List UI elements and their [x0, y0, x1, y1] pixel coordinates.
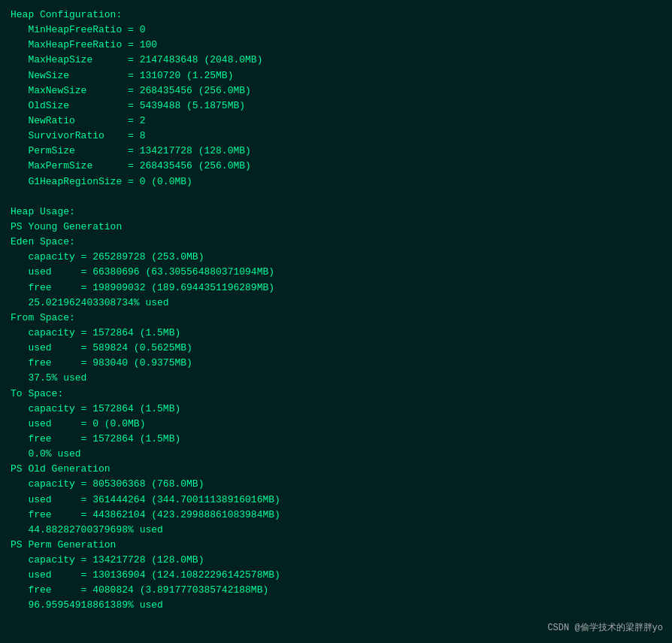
- watermark: CSDN @偷学技术的梁胖胖yo: [547, 621, 663, 635]
- terminal-output: Heap Configuration: MinHeapFreeRatio = 0…: [11, 8, 661, 614]
